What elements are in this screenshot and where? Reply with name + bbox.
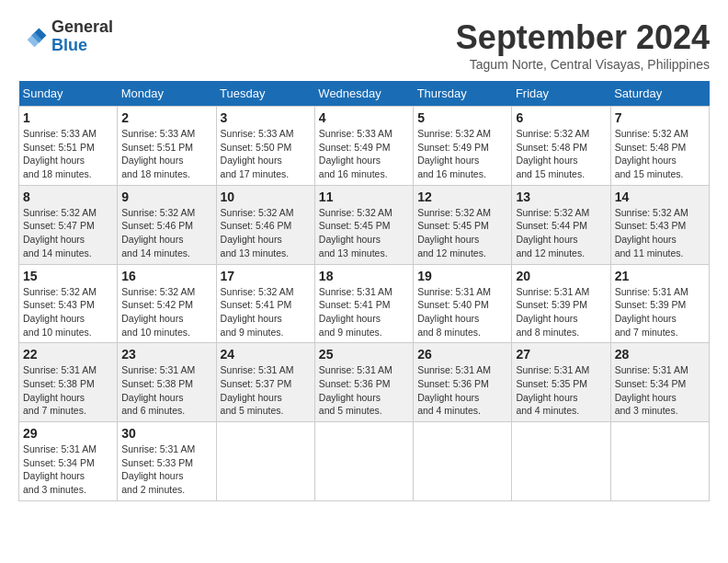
day-info: Sunrise: 5:31 AMSunset: 5:36 PMDaylight … bbox=[417, 363, 507, 418]
day-info: Sunrise: 5:33 AMSunset: 5:51 PMDaylight … bbox=[121, 127, 211, 181]
day-info: Sunrise: 5:31 AMSunset: 5:35 PMDaylight … bbox=[516, 363, 606, 418]
header: General Blue September 2024 Tagum Norte,… bbox=[18, 18, 710, 72]
day-info: Sunrise: 5:31 AMSunset: 5:40 PMDaylight … bbox=[417, 285, 507, 339]
title-section: September 2024 Tagum Norte, Central Visa… bbox=[456, 18, 710, 72]
header-friday: Friday bbox=[512, 81, 610, 107]
header-tuesday: Tuesday bbox=[216, 81, 314, 107]
header-saturday: Saturday bbox=[610, 81, 709, 107]
header-wednesday: Wednesday bbox=[314, 81, 413, 107]
header-monday: Monday bbox=[118, 81, 216, 107]
day-info: Sunrise: 5:31 AMSunset: 5:37 PMDaylight … bbox=[221, 363, 311, 418]
day-info: Sunrise: 5:32 AMSunset: 5:44 PMDaylight … bbox=[516, 206, 606, 260]
day-number: 2 bbox=[121, 110, 211, 125]
calendar-day-cell: 3Sunrise: 5:33 AMSunset: 5:50 PMDaylight… bbox=[216, 107, 314, 186]
calendar-day-cell: 21Sunrise: 5:31 AMSunset: 5:39 PMDayligh… bbox=[610, 264, 709, 343]
day-number: 15 bbox=[23, 269, 113, 283]
calendar-week-row: 22Sunrise: 5:31 AMSunset: 5:38 PMDayligh… bbox=[19, 343, 710, 422]
calendar-day-cell bbox=[414, 422, 512, 501]
day-number: 10 bbox=[221, 190, 311, 204]
header-sunday: Sunday bbox=[19, 81, 118, 107]
calendar-day-cell: 27Sunrise: 5:31 AMSunset: 5:35 PMDayligh… bbox=[512, 343, 610, 422]
day-info: Sunrise: 5:31 AMSunset: 5:38 PMDaylight … bbox=[121, 363, 211, 418]
day-info: Sunrise: 5:31 AMSunset: 5:33 PMDaylight … bbox=[121, 442, 211, 497]
calendar-day-cell: 7Sunrise: 5:32 AMSunset: 5:48 PMDaylight… bbox=[610, 107, 709, 186]
day-number: 27 bbox=[516, 347, 606, 362]
day-number: 26 bbox=[417, 347, 507, 362]
day-number: 17 bbox=[221, 269, 311, 283]
calendar-day-cell: 14Sunrise: 5:32 AMSunset: 5:43 PMDayligh… bbox=[610, 185, 709, 264]
day-number: 20 bbox=[516, 269, 606, 283]
calendar-week-row: 1Sunrise: 5:33 AMSunset: 5:51 PMDaylight… bbox=[19, 107, 710, 186]
calendar-day-cell: 11Sunrise: 5:32 AMSunset: 5:45 PMDayligh… bbox=[314, 185, 413, 264]
calendar-day-cell: 15Sunrise: 5:32 AMSunset: 5:43 PMDayligh… bbox=[19, 264, 118, 343]
day-number: 7 bbox=[615, 110, 705, 125]
calendar-day-cell bbox=[216, 422, 314, 501]
day-number: 5 bbox=[417, 110, 507, 125]
day-info: Sunrise: 5:32 AMSunset: 5:42 PMDaylight … bbox=[121, 285, 211, 339]
day-number: 21 bbox=[615, 269, 705, 283]
day-number: 24 bbox=[221, 347, 311, 362]
day-info: Sunrise: 5:31 AMSunset: 5:39 PMDaylight … bbox=[516, 285, 606, 339]
calendar-day-cell: 1Sunrise: 5:33 AMSunset: 5:51 PMDaylight… bbox=[19, 107, 118, 186]
day-info: Sunrise: 5:32 AMSunset: 5:45 PMDaylight … bbox=[319, 206, 409, 260]
calendar-day-cell: 24Sunrise: 5:31 AMSunset: 5:37 PMDayligh… bbox=[216, 343, 314, 422]
calendar-day-cell: 2Sunrise: 5:33 AMSunset: 5:51 PMDaylight… bbox=[118, 107, 216, 186]
day-info: Sunrise: 5:32 AMSunset: 5:46 PMDaylight … bbox=[221, 206, 311, 260]
day-number: 25 bbox=[319, 347, 409, 362]
calendar-day-cell: 8Sunrise: 5:32 AMSunset: 5:47 PMDaylight… bbox=[19, 185, 118, 264]
day-info: Sunrise: 5:32 AMSunset: 5:47 PMDaylight … bbox=[23, 206, 113, 260]
day-number: 9 bbox=[121, 190, 211, 204]
calendar-day-cell: 10Sunrise: 5:32 AMSunset: 5:46 PMDayligh… bbox=[216, 185, 314, 264]
day-number: 8 bbox=[23, 190, 113, 204]
calendar-week-row: 15Sunrise: 5:32 AMSunset: 5:43 PMDayligh… bbox=[19, 264, 710, 343]
calendar-day-cell: 22Sunrise: 5:31 AMSunset: 5:38 PMDayligh… bbox=[19, 343, 118, 422]
logo-icon bbox=[18, 22, 48, 52]
day-info: Sunrise: 5:31 AMSunset: 5:39 PMDaylight … bbox=[615, 285, 705, 339]
day-info: Sunrise: 5:32 AMSunset: 5:48 PMDaylight … bbox=[516, 127, 606, 181]
day-info: Sunrise: 5:32 AMSunset: 5:41 PMDaylight … bbox=[221, 285, 311, 339]
logo-text-blue: Blue bbox=[51, 37, 113, 55]
day-number: 4 bbox=[319, 110, 409, 125]
day-number: 3 bbox=[221, 110, 311, 125]
day-number: 30 bbox=[121, 426, 211, 441]
calendar-day-cell: 9Sunrise: 5:32 AMSunset: 5:46 PMDaylight… bbox=[118, 185, 216, 264]
day-number: 29 bbox=[23, 426, 113, 441]
calendar-day-cell: 6Sunrise: 5:32 AMSunset: 5:48 PMDaylight… bbox=[512, 107, 610, 186]
header-thursday: Thursday bbox=[414, 81, 512, 107]
day-number: 1 bbox=[23, 110, 113, 125]
calendar-subtitle: Tagum Norte, Central Visayas, Philippine… bbox=[456, 57, 710, 72]
day-info: Sunrise: 5:32 AMSunset: 5:43 PMDaylight … bbox=[23, 285, 113, 339]
calendar-day-cell: 18Sunrise: 5:31 AMSunset: 5:41 PMDayligh… bbox=[314, 264, 413, 343]
day-info: Sunrise: 5:32 AMSunset: 5:48 PMDaylight … bbox=[615, 127, 705, 181]
day-info: Sunrise: 5:33 AMSunset: 5:49 PMDaylight … bbox=[319, 127, 409, 181]
day-number: 11 bbox=[319, 190, 409, 204]
day-info: Sunrise: 5:31 AMSunset: 5:34 PMDaylight … bbox=[23, 442, 113, 497]
logo-text-general: General bbox=[51, 18, 113, 37]
calendar-day-cell: 29Sunrise: 5:31 AMSunset: 5:34 PMDayligh… bbox=[19, 422, 118, 501]
calendar-week-row: 29Sunrise: 5:31 AMSunset: 5:34 PMDayligh… bbox=[19, 422, 710, 501]
day-info: Sunrise: 5:33 AMSunset: 5:51 PMDaylight … bbox=[23, 127, 113, 181]
calendar-day-cell bbox=[610, 422, 709, 501]
day-number: 13 bbox=[516, 190, 606, 204]
calendar-header-row: Sunday Monday Tuesday Wednesday Thursday… bbox=[19, 81, 710, 107]
day-info: Sunrise: 5:32 AMSunset: 5:49 PMDaylight … bbox=[417, 127, 507, 181]
calendar-day-cell: 25Sunrise: 5:31 AMSunset: 5:36 PMDayligh… bbox=[314, 343, 413, 422]
day-number: 16 bbox=[121, 269, 211, 283]
day-info: Sunrise: 5:32 AMSunset: 5:45 PMDaylight … bbox=[417, 206, 507, 260]
day-number: 12 bbox=[417, 190, 507, 204]
day-number: 19 bbox=[417, 269, 507, 283]
calendar-day-cell: 26Sunrise: 5:31 AMSunset: 5:36 PMDayligh… bbox=[414, 343, 512, 422]
calendar-day-cell: 23Sunrise: 5:31 AMSunset: 5:38 PMDayligh… bbox=[118, 343, 216, 422]
page-container: General Blue September 2024 Tagum Norte,… bbox=[18, 18, 710, 501]
day-info: Sunrise: 5:32 AMSunset: 5:43 PMDaylight … bbox=[615, 206, 705, 260]
calendar-day-cell: 20Sunrise: 5:31 AMSunset: 5:39 PMDayligh… bbox=[512, 264, 610, 343]
logo: General Blue bbox=[18, 18, 113, 55]
day-number: 23 bbox=[121, 347, 211, 362]
calendar-day-cell: 28Sunrise: 5:31 AMSunset: 5:34 PMDayligh… bbox=[610, 343, 709, 422]
day-info: Sunrise: 5:32 AMSunset: 5:46 PMDaylight … bbox=[121, 206, 211, 260]
day-number: 6 bbox=[516, 110, 606, 125]
day-info: Sunrise: 5:31 AMSunset: 5:41 PMDaylight … bbox=[319, 285, 409, 339]
day-info: Sunrise: 5:33 AMSunset: 5:50 PMDaylight … bbox=[221, 127, 311, 181]
day-number: 14 bbox=[615, 190, 705, 204]
calendar-day-cell bbox=[314, 422, 413, 501]
